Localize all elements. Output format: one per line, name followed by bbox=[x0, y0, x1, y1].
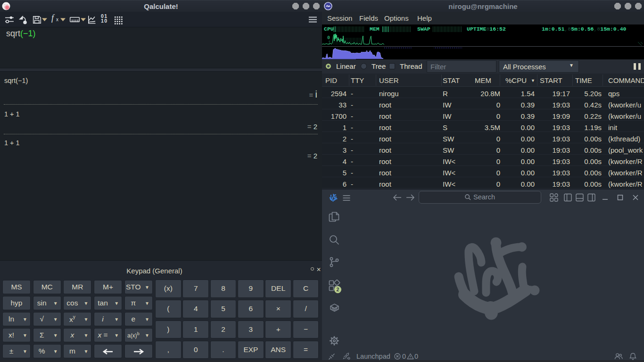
svg-text:1: 1 bbox=[328, 40, 331, 45]
